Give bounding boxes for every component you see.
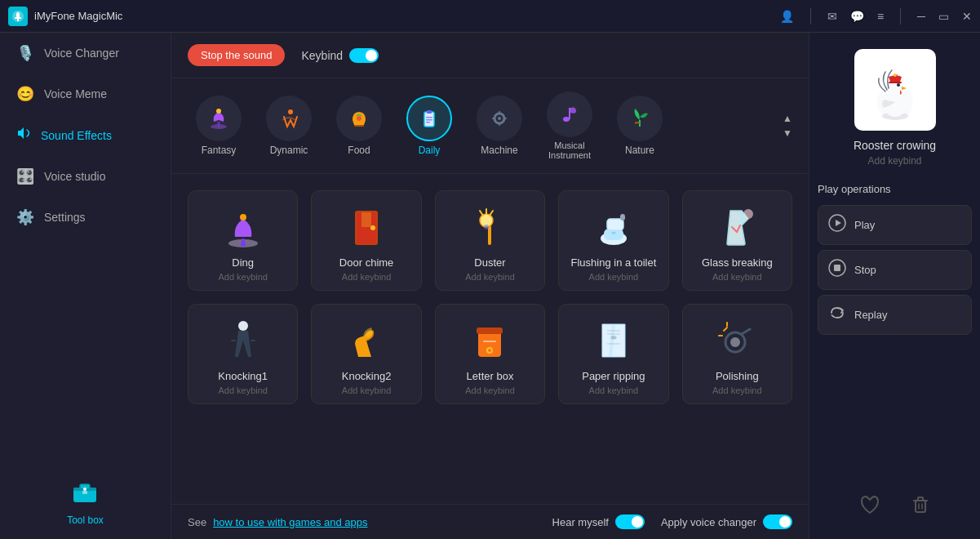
svg-point-13 (357, 116, 361, 121)
dynamic-label: Dynamic (270, 145, 308, 156)
hear-myself-label: Hear myself (552, 516, 609, 528)
bottom-bar: See how to use with games and apps Hear … (171, 504, 809, 539)
stop-label: Stop (854, 264, 876, 276)
paper-ripping-keybind: Add keybind (589, 385, 639, 395)
ding-keybind: Add keybind (218, 272, 268, 282)
daily-icon-wrap (406, 96, 452, 141)
hear-myself-toggle[interactable] (615, 514, 645, 529)
daily-label: Daily (419, 145, 441, 156)
sound-card-knocking1[interactable]: Knocking1 Add keybind (188, 304, 298, 404)
sidebar-item-settings[interactable]: ⚙️ Settings (0, 197, 171, 238)
sound-card-glass-breaking[interactable]: Glass breaking Add keybind (682, 190, 792, 291)
stop-button[interactable]: Stop (818, 250, 972, 290)
replay-icon (828, 304, 846, 326)
food-label: Food (348, 145, 370, 156)
paper-ripping-name: Paper ripping (582, 370, 645, 382)
svg-point-54 (894, 74, 897, 77)
titlebar-icons: 👤 ✉ 💬 ≡ ─ ▭ ✕ (780, 8, 972, 24)
sound-grid-area: Ding Add keybind Door chime Add keybind (171, 174, 809, 504)
knocking1-icon (219, 316, 268, 365)
mail-icon[interactable]: ✉ (827, 10, 837, 23)
svg-marker-56 (836, 220, 841, 226)
category-dynamic[interactable]: Dynamic (258, 91, 320, 161)
apply-vc-toggle[interactable] (763, 514, 792, 529)
favorite-button[interactable] (857, 491, 883, 523)
category-daily[interactable]: Daily (398, 91, 460, 161)
keybind-toggle[interactable] (349, 48, 379, 63)
sidebar: 🎙️ Voice Changer 😊 Voice Meme Sound Effe… (0, 33, 171, 539)
content-area: Stop the sound Keybind Fantasy Dynamic (171, 33, 809, 539)
how-to-use-link[interactable]: how to use with games and apps (213, 516, 367, 528)
svg-rect-18 (426, 122, 430, 123)
food-icon-wrap (336, 96, 382, 141)
door-chime-keybind: Add keybind (342, 272, 392, 282)
ding-icon (219, 203, 268, 252)
svg-point-10 (216, 109, 221, 114)
play-button[interactable]: Play (818, 205, 972, 245)
category-nature[interactable]: Nature (609, 91, 671, 161)
glass-breaking-keybind: Add keybind (712, 272, 762, 282)
knocking2-keybind: Add keybind (342, 385, 392, 395)
sound-card-knocking2[interactable]: Knocking2 Add keybind (311, 304, 421, 404)
sidebar-item-voice-studio[interactable]: 🎛️ Voice studio (0, 156, 171, 197)
svg-point-52 (897, 83, 900, 87)
svg-rect-31 (361, 212, 371, 227)
apply-vc-label: Apply voice changer (661, 516, 756, 528)
sound-card-flushing[interactable]: Flushing in a toilet Add keybind (558, 190, 668, 291)
sidebar-item-voice-meme[interactable]: 😊 Voice Meme (0, 74, 171, 114)
door-chime-name: Door chime (339, 256, 393, 269)
category-machine[interactable]: Machine (468, 91, 530, 161)
svg-rect-17 (426, 119, 432, 121)
sound-effects-icon (16, 126, 31, 145)
svg-point-47 (730, 337, 740, 347)
sound-card-duster[interactable]: Duster Add keybind (435, 190, 545, 291)
sound-card-letter-box[interactable]: Letter box Add keybind (435, 304, 545, 404)
sound-card-door-chime[interactable]: Door chime Add keybind (311, 190, 421, 291)
sidebar-item-sound-effects[interactable]: Sound Effects (0, 114, 171, 156)
right-panel-bottom (857, 491, 933, 523)
flushing-name: Flushing in a toilet (571, 256, 657, 269)
glass-breaking-name: Glass breaking (702, 256, 773, 269)
category-musical[interactable]: MusicalInstrument (539, 87, 601, 165)
sidebar-item-label-voice-meme: Voice Meme (44, 87, 107, 100)
minimize-button[interactable]: ─ (917, 10, 925, 23)
svg-rect-37 (607, 219, 623, 230)
featured-card (854, 49, 936, 131)
stop-sound-button[interactable]: Stop the sound (188, 44, 285, 66)
machine-label: Machine (481, 145, 517, 156)
sidebar-bottom: Tool box (0, 463, 171, 539)
paper-ripping-icon (589, 316, 638, 365)
svg-rect-1 (16, 12, 20, 18)
right-panel: Rooster crowing Add keybind Play operati… (809, 33, 980, 539)
fantasy-label: Fantasy (202, 145, 237, 156)
polishing-name: Polishing (716, 370, 759, 382)
play-ops-title: Play operations (818, 183, 891, 195)
play-icon (828, 214, 846, 236)
letter-box-name: Letter box (467, 370, 514, 382)
letter-box-keybind: Add keybind (465, 385, 515, 395)
replay-button[interactable]: Replay (818, 295, 972, 335)
svg-rect-53 (889, 82, 902, 83)
voice-meme-icon: 😊 (16, 85, 34, 103)
voice-changer-icon: 🎙️ (16, 44, 34, 62)
maximize-button[interactable]: ▭ (938, 10, 949, 23)
fantasy-icon-wrap (196, 96, 242, 141)
svg-point-27 (241, 242, 246, 247)
sidebar-item-voice-changer[interactable]: 🎙️ Voice Changer (0, 33, 171, 74)
category-fantasy[interactable]: Fantasy (188, 91, 250, 161)
machine-icon-wrap (477, 96, 522, 141)
delete-button[interactable] (907, 491, 933, 523)
user-icon[interactable]: 👤 (780, 10, 794, 23)
replay-label: Replay (854, 309, 887, 321)
chat-icon[interactable]: 💬 (850, 10, 864, 23)
duster-icon (465, 203, 514, 252)
settings-icon: ⚙️ (16, 208, 34, 226)
menu-icon[interactable]: ≡ (877, 10, 884, 23)
sound-card-ding[interactable]: Ding Add keybind (188, 190, 298, 291)
category-food[interactable]: Food (328, 91, 390, 161)
sound-card-paper-ripping[interactable]: Paper ripping Add keybind (558, 304, 668, 404)
close-button[interactable]: ✕ (962, 10, 972, 23)
toolbox-button[interactable]: Tool box (67, 476, 104, 526)
category-scroll[interactable]: ▲ ▼ (783, 113, 792, 139)
sound-card-polishing[interactable]: Polishing Add keybind (682, 304, 792, 404)
